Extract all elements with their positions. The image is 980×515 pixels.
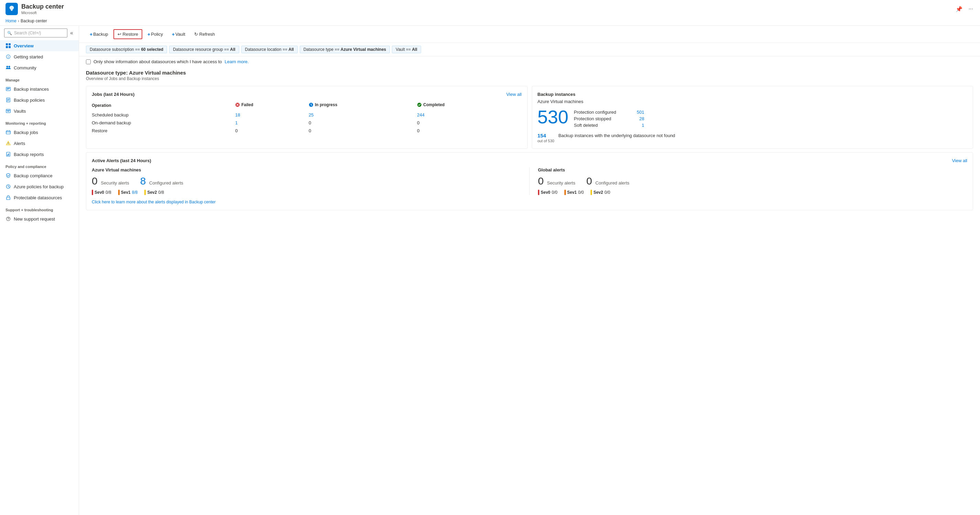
alerts-info-link[interactable]: Click here to learn more about the alert… — [92, 200, 216, 204]
job-completed-scheduled[interactable]: 244 — [417, 111, 522, 119]
svg-point-4 — [6, 66, 8, 68]
protection-stopped-value[interactable]: 28 — [640, 116, 644, 121]
jobs-card-title: Jobs (last 24 Hours) — [92, 92, 134, 97]
backup-instances-icon — [5, 86, 11, 92]
azure-security-label: Security alerts — [101, 180, 129, 186]
sidebar-item-community[interactable]: Community — [0, 62, 79, 73]
alerts-icon — [5, 140, 11, 146]
search-box[interactable]: 🔍 Search (Ctrl+/) — [4, 29, 67, 37]
filter-chip-type[interactable]: Datasource type == Azure Virtual machine… — [300, 46, 390, 53]
job-inprogress-restore: 0 — [309, 127, 417, 135]
plus-icon-policy: + — [148, 32, 150, 37]
sidebar-item-label-getting-started: Getting started — [14, 54, 43, 59]
sidebar-item-alerts[interactable]: Alerts — [0, 138, 79, 149]
job-inprogress-ondemand: 0 — [309, 119, 417, 127]
search-icon: 🔍 — [7, 31, 12, 35]
sidebar-item-new-support[interactable]: New support request — [0, 213, 79, 224]
filter-chip-resource-group[interactable]: Datasource resource group == All — [169, 46, 239, 53]
bi-total[interactable]: 530 — [538, 108, 568, 126]
sidebar-item-backup-reports[interactable]: Backup reports — [0, 149, 79, 160]
sidebar-item-overview[interactable]: Overview — [0, 40, 79, 51]
sidebar-item-protectable[interactable]: Protectable datasources — [0, 192, 79, 203]
community-icon — [5, 65, 11, 70]
filter-chip-subscription[interactable]: Datasource subscription == 60 selected — [86, 46, 167, 53]
global-alerts-col-title: Global alerts — [538, 167, 967, 172]
sidebar-item-azure-policies[interactable]: Azure policies for backup — [0, 181, 79, 192]
col-operation: Operation — [92, 101, 235, 111]
job-op-restore: Restore — [92, 127, 235, 135]
filter-chip-location[interactable]: Datasource location == All — [241, 46, 298, 53]
svg-point-5 — [9, 66, 10, 68]
breadcrumb-home[interactable]: Home — [5, 19, 16, 23]
refresh-button[interactable]: ↻ Refresh — [191, 30, 219, 39]
jobs-row-scheduled: Scheduled backup 18 25 244 — [92, 111, 522, 119]
filter-chip-vault[interactable]: Vault == All — [392, 46, 421, 53]
jobs-card: Jobs (last 24 Hours) View all Operation — [86, 86, 528, 149]
sidebar-item-label-protectable: Protectable datasources — [14, 195, 62, 200]
job-failed-scheduled[interactable]: 18 — [235, 111, 309, 119]
sidebar-item-label-backup-instances: Backup instances — [14, 87, 49, 92]
support-section-header: Support + troubleshooting — [0, 203, 79, 213]
sidebar-item-backup-instances[interactable]: Backup instances — [0, 83, 79, 94]
sidebar-item-getting-started[interactable]: Getting started — [0, 51, 79, 62]
global-sev2: Sev2 0/0 — [590, 190, 610, 195]
soft-deleted-value[interactable]: 1 — [642, 122, 644, 128]
protection-configured-value[interactable]: 501 — [636, 110, 644, 115]
azure-sev-row: Sev0 0/8 Sev1 8/8 Sev2 0/8 — [92, 190, 521, 195]
collapse-sidebar-button[interactable]: « — [69, 29, 75, 37]
restore-button[interactable]: ↩ Restore — [113, 29, 143, 39]
learn-more-link[interactable]: Learn more. — [225, 59, 249, 64]
job-failed-ondemand[interactable]: 1 — [235, 119, 309, 127]
job-op-scheduled: Scheduled backup — [92, 111, 235, 119]
job-inprogress-scheduled[interactable]: 25 — [309, 111, 417, 119]
policy-button[interactable]: + Policy — [144, 30, 167, 39]
sidebar-item-label-new-support: New support request — [14, 216, 55, 222]
backup-compliance-icon — [5, 173, 11, 178]
global-alert-summary: 0 Security alerts 0 Configured alerts — [538, 176, 967, 186]
azure-sev1: Sev1 8/8 — [118, 190, 138, 195]
svg-point-28 — [8, 220, 8, 220]
restore-icon: ↩ — [118, 32, 121, 37]
svg-point-14 — [8, 110, 9, 112]
global-sev1: Sev1 0/0 — [565, 190, 584, 195]
bi-underlying-count-block: 154 out of 530 — [538, 133, 554, 143]
sidebar-item-label-backup-compliance: Backup compliance — [14, 173, 52, 178]
more-options-button[interactable]: ··· — [967, 5, 975, 13]
jobs-view-all-link[interactable]: View all — [506, 92, 522, 97]
col-completed: Completed — [417, 101, 522, 111]
bi-underlying-count[interactable]: 154 — [538, 133, 554, 139]
jobs-row-restore: Restore 0 0 0 — [92, 127, 522, 135]
azure-alerts-col: Azure Virtual machines 0 Security alerts… — [92, 167, 521, 195]
svg-rect-6 — [6, 87, 10, 91]
azure-sev1-value[interactable]: 8/8 — [132, 190, 138, 195]
sidebar-item-backup-jobs[interactable]: Backup jobs — [0, 127, 79, 138]
alerts-card: Active Alerts (last 24 Hours) View all A… — [86, 152, 973, 210]
jobs-row-ondemand: On-demand backup 1 0 0 — [92, 119, 522, 127]
app-title-block: Backup center Microsoft — [21, 3, 64, 15]
vault-button[interactable]: + Vault — [168, 30, 189, 39]
sidebar-item-label-community: Community — [14, 65, 37, 70]
job-failed-restore: 0 — [235, 127, 309, 135]
bi-card-subtitle: Azure Virtual machines — [538, 99, 967, 104]
job-completed-ondemand: 0 — [417, 119, 522, 127]
monitoring-section-header: Monitoring + reporting — [0, 116, 79, 127]
backup-button[interactable]: + Backup — [86, 30, 112, 39]
vaults-icon — [5, 108, 11, 114]
pin-button[interactable]: 📌 — [954, 5, 964, 14]
svg-rect-0 — [6, 43, 8, 45]
jobs-table: Operation Failed — [92, 101, 522, 135]
global-sev0: Sev0 0/0 — [538, 190, 558, 195]
azure-configured-label: Configured alerts — [149, 180, 183, 186]
azure-configured-count: 8 — [140, 175, 146, 186]
sidebar-item-vaults[interactable]: Vaults — [0, 105, 79, 116]
sidebar-item-backup-policies[interactable]: Backup policies — [0, 94, 79, 105]
breadcrumb-current: Backup center — [21, 19, 47, 23]
global-sev1-bar — [565, 190, 566, 195]
azure-policies-icon — [5, 184, 11, 189]
access-checkbox[interactable] — [86, 59, 91, 64]
global-security-count: 0 — [538, 175, 544, 186]
policy-section-header: Policy and compliance — [0, 160, 79, 170]
alerts-view-all-link[interactable]: View all — [952, 158, 967, 163]
section-header: Datasource type: Azure Virtual machines … — [79, 67, 980, 83]
sidebar-item-backup-compliance[interactable]: Backup compliance — [0, 170, 79, 181]
